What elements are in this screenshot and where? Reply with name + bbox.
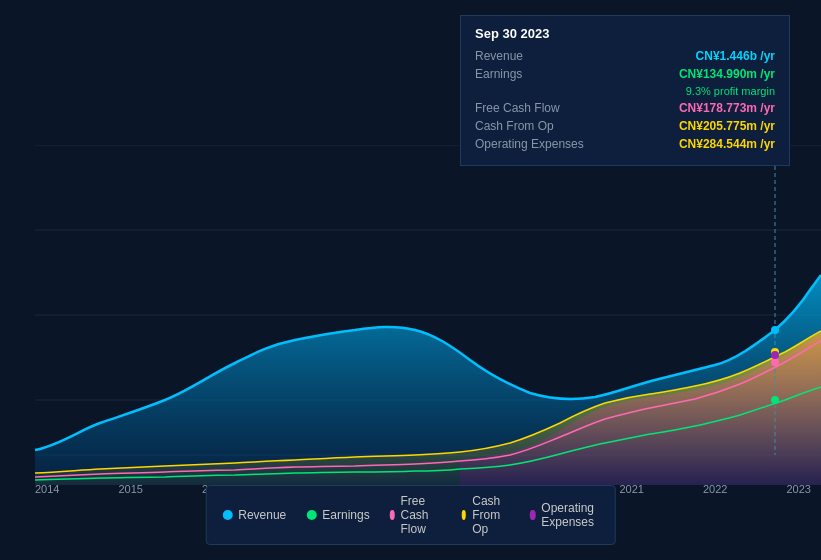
tooltip-title: Sep 30 2023 xyxy=(475,26,775,41)
legend-item-opex[interactable]: Operating Expenses xyxy=(530,501,599,529)
tooltip-profit-margin: 9.3% profit margin xyxy=(475,85,775,97)
chart-area xyxy=(0,145,821,485)
tooltip-fcf-label: Free Cash Flow xyxy=(475,101,560,115)
x-label-2021: 2021 xyxy=(620,483,644,495)
legend-label-opex: Operating Expenses xyxy=(541,501,598,529)
tooltip-revenue-value: CN¥1.446b /yr xyxy=(696,49,775,63)
tooltip-earnings-label: Earnings xyxy=(475,67,522,81)
opex-dot xyxy=(771,351,779,359)
legend-item-fcf[interactable]: Free Cash Flow xyxy=(390,494,442,536)
x-label-2023: 2023 xyxy=(787,483,811,495)
tooltip-revenue-label: Revenue xyxy=(475,49,523,63)
revenue-dot xyxy=(771,326,779,334)
x-label-2015: 2015 xyxy=(119,483,143,495)
tooltip-earnings-value: CN¥134.990m /yr xyxy=(679,67,775,81)
tooltip-revenue-row: Revenue CN¥1.446b /yr xyxy=(475,49,775,63)
tooltip-opex-label: Operating Expenses xyxy=(475,137,584,151)
chart-container: Sep 30 2023 Revenue CN¥1.446b /yr Earnin… xyxy=(0,0,821,560)
legend-label-earnings: Earnings xyxy=(322,508,369,522)
legend-dot-cashfromop xyxy=(461,510,466,520)
tooltip-opex-row: Operating Expenses CN¥284.544m /yr xyxy=(475,137,775,151)
legend-label-fcf: Free Cash Flow xyxy=(401,494,442,536)
tooltip-fcf-value: CN¥178.773m /yr xyxy=(679,101,775,115)
legend-dot-revenue xyxy=(222,510,232,520)
tooltip-fcf-row: Free Cash Flow CN¥178.773m /yr xyxy=(475,101,775,115)
legend-dot-opex xyxy=(530,510,535,520)
chart-legend: Revenue Earnings Free Cash Flow Cash Fro… xyxy=(205,485,616,545)
x-label-2014: 2014 xyxy=(35,483,59,495)
legend-dot-earnings xyxy=(306,510,316,520)
tooltip-cashfromop-value: CN¥205.775m /yr xyxy=(679,119,775,133)
fcf-dot xyxy=(771,358,779,366)
chart-svg xyxy=(0,145,821,485)
legend-label-revenue: Revenue xyxy=(238,508,286,522)
legend-item-earnings[interactable]: Earnings xyxy=(306,508,369,522)
legend-item-revenue[interactable]: Revenue xyxy=(222,508,286,522)
data-tooltip: Sep 30 2023 Revenue CN¥1.446b /yr Earnin… xyxy=(460,15,790,166)
legend-dot-fcf xyxy=(390,510,395,520)
earnings-dot xyxy=(771,396,779,404)
tooltip-cashfromop-label: Cash From Op xyxy=(475,119,554,133)
legend-label-cashfromop: Cash From Op xyxy=(472,494,510,536)
x-label-2022: 2022 xyxy=(703,483,727,495)
tooltip-opex-value: CN¥284.544m /yr xyxy=(679,137,775,151)
legend-item-cashfromop[interactable]: Cash From Op xyxy=(461,494,510,536)
tooltip-earnings-row: Earnings CN¥134.990m /yr xyxy=(475,67,775,81)
tooltip-cashfromop-row: Cash From Op CN¥205.775m /yr xyxy=(475,119,775,133)
